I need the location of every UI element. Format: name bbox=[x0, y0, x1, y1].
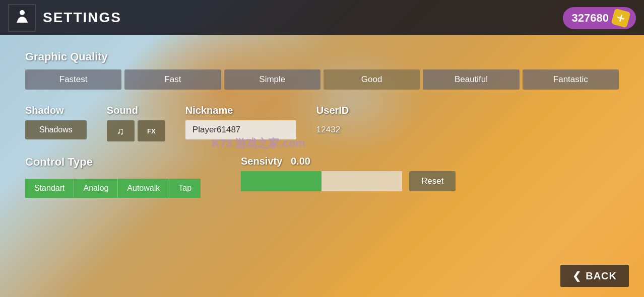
sound-group: Sound ♫ FX bbox=[107, 105, 165, 141]
reset-button[interactable]: Reset bbox=[409, 171, 456, 191]
nickname-input[interactable] bbox=[185, 120, 296, 139]
shadow-group: Shadow Shadows bbox=[25, 105, 87, 139]
userid-group: UserID 12432 bbox=[316, 105, 349, 139]
graphic-quality-label: Graphic Quality bbox=[25, 50, 619, 63]
fx-icon: FX bbox=[147, 127, 156, 135]
sensitivity-label: Sensivty 0.00 bbox=[241, 156, 456, 167]
header-logo bbox=[8, 4, 36, 32]
sound-buttons: ♫ FX bbox=[107, 120, 165, 141]
currency-amount: 327680 bbox=[572, 12, 609, 25]
sound-fx-btn[interactable]: FX bbox=[138, 120, 165, 141]
music-icon: ♫ bbox=[117, 125, 124, 137]
player-icon bbox=[13, 9, 31, 27]
control-type-label: Control Type bbox=[25, 156, 201, 169]
back-chevron-icon: ❮ bbox=[572, 270, 582, 282]
main-content: Graphic Quality Fastest Fast Simple Good… bbox=[0, 35, 644, 297]
quality-btn-simple[interactable]: Simple bbox=[224, 69, 320, 90]
control-btn-autowalk[interactable]: Autowalk bbox=[118, 179, 169, 198]
control-btn-analog[interactable]: Analog bbox=[74, 179, 118, 198]
nickname-group: Nickname bbox=[185, 105, 296, 139]
currency-icon bbox=[611, 8, 630, 28]
back-label: BACK bbox=[586, 270, 617, 282]
sound-label: Sound bbox=[107, 105, 165, 116]
nickname-label: Nickname bbox=[185, 105, 296, 116]
control-section: Control Type Standart Analog Autowalk Ta… bbox=[25, 156, 619, 198]
sensitivity-bar[interactable] bbox=[241, 171, 402, 191]
control-buttons: Standart Analog Autowalk Tap bbox=[25, 179, 201, 198]
control-btn-standart[interactable]: Standart bbox=[25, 179, 74, 198]
userid-value: 12432 bbox=[316, 120, 349, 139]
sound-music-btn[interactable]: ♫ bbox=[107, 120, 135, 141]
shadow-label: Shadow bbox=[25, 105, 87, 116]
control-btn-tap[interactable]: Tap bbox=[169, 179, 201, 198]
sensitivity-group: Sensivty 0.00 Reset bbox=[241, 156, 456, 191]
svg-point-0 bbox=[20, 10, 25, 15]
quality-buttons-row: Fastest Fast Simple Good Beautiful Fanta… bbox=[25, 69, 619, 90]
sensitivity-empty bbox=[321, 171, 402, 191]
quality-btn-fastest[interactable]: Fastest bbox=[25, 69, 121, 90]
sensitivity-value: 0.00 bbox=[291, 156, 310, 167]
settings-middle-row: Shadow Shadows Sound ♫ FX Nickname UserI… bbox=[25, 105, 619, 141]
quality-btn-fantastic[interactable]: Fantastic bbox=[523, 69, 619, 90]
shadow-button[interactable]: Shadows bbox=[25, 120, 87, 139]
settings-title: SETTINGS bbox=[43, 10, 121, 26]
quality-btn-fast[interactable]: Fast bbox=[124, 69, 221, 90]
quality-btn-beautiful[interactable]: Beautiful bbox=[423, 69, 519, 90]
sensitivity-filled bbox=[241, 171, 321, 191]
userid-label: UserID bbox=[316, 105, 349, 116]
control-type-group: Control Type Standart Analog Autowalk Ta… bbox=[25, 156, 201, 198]
quality-btn-good[interactable]: Good bbox=[324, 69, 420, 90]
sensitivity-row: Reset bbox=[241, 171, 456, 191]
currency-badge: 327680 bbox=[563, 7, 636, 29]
back-button[interactable]: ❮ BACK bbox=[560, 265, 629, 287]
header: SETTINGS 327680 bbox=[0, 0, 644, 35]
